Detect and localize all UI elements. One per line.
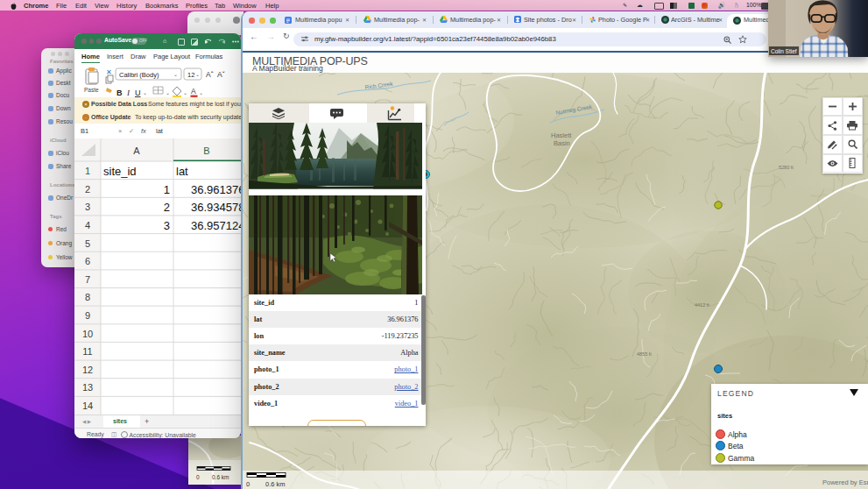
svg-text:B: B	[116, 89, 123, 97]
svg-text:3: 3	[85, 202, 90, 212]
svg-text:Haslett: Haslett	[551, 131, 572, 139]
svg-text:0.6 km: 0.6 km	[212, 474, 229, 480]
svg-text:3: 3	[164, 219, 170, 232]
svg-text:12: 12	[82, 365, 93, 375]
svg-text:1: 1	[85, 166, 90, 176]
svg-text:0: 0	[246, 480, 250, 488]
svg-text:Paste: Paste	[84, 87, 99, 93]
svg-text:A: A	[133, 145, 140, 156]
svg-text:A: A	[191, 87, 196, 96]
svg-text:13: 13	[82, 382, 93, 393]
svg-text:⌄: ⌄	[183, 90, 187, 96]
svg-text:6: 6	[85, 256, 90, 266]
svg-text:⌄: ⌄	[195, 72, 200, 77]
svg-text:U: U	[135, 89, 141, 97]
svg-text:36.961376: 36.961376	[191, 183, 241, 196]
svg-text:36.934578: 36.934578	[191, 201, 241, 214]
svg-text:0: 0	[196, 474, 200, 480]
svg-text:Powered by Esri: Powered by Esri	[822, 478, 868, 486]
svg-text:4412 ft: 4412 ft	[695, 302, 709, 308]
svg-text:4855 ft: 4855 ft	[637, 351, 652, 357]
svg-text:0.6 km: 0.6 km	[265, 480, 286, 488]
svg-text:Aˇ: Aˇ	[217, 70, 225, 79]
svg-text:⌄: ⌄	[166, 90, 170, 96]
svg-text:1: 1	[164, 183, 170, 196]
svg-text:14: 14	[82, 400, 93, 411]
svg-text:⌄: ⌄	[173, 72, 178, 77]
svg-text:2: 2	[85, 184, 90, 195]
svg-text:36.957124: 36.957124	[191, 219, 241, 232]
svg-text:I: I	[126, 89, 131, 97]
svg-text:Colin Stief: Colin Stief	[771, 48, 797, 54]
svg-text:site_id: site_id	[103, 165, 137, 178]
svg-text:9: 9	[85, 310, 90, 321]
svg-text:2: 2	[164, 201, 170, 214]
svg-text:4: 4	[85, 220, 90, 230]
svg-text:11: 11	[82, 346, 92, 357]
svg-text:8: 8	[85, 292, 90, 302]
svg-text:5: 5	[85, 238, 90, 249]
svg-text:⌄: ⌄	[143, 90, 147, 96]
svg-text:B: B	[203, 145, 209, 156]
svg-text:7: 7	[85, 274, 90, 285]
svg-text:12: 12	[187, 71, 194, 79]
svg-text:Calibri (Body): Calibri (Body)	[119, 71, 159, 79]
svg-text:⌄: ⌄	[199, 90, 203, 96]
svg-text:10: 10	[82, 329, 93, 339]
svg-text:Aˆ: Aˆ	[206, 70, 214, 79]
svg-text:Basin: Basin	[554, 139, 570, 147]
svg-text:lat: lat	[176, 165, 188, 178]
svg-text:5280 ft: 5280 ft	[779, 165, 794, 170]
